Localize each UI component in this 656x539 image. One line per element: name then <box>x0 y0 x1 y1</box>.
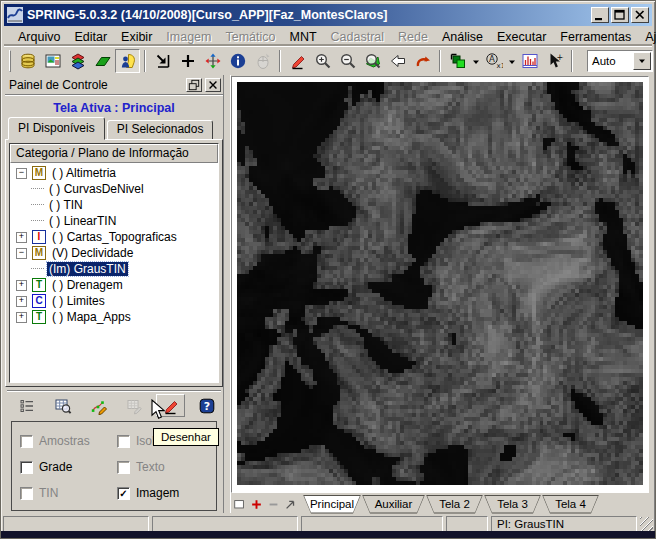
raster-visibility-button[interactable] <box>445 49 470 73</box>
resize-grip[interactable] <box>640 517 653 531</box>
menu-exibir[interactable]: Exibir <box>115 29 158 45</box>
toolbar-handle[interactable] <box>9 50 11 72</box>
tree-connector <box>31 268 44 270</box>
close-panel-button[interactable] <box>205 78 221 92</box>
tree-item-label[interactable]: (V) Declividade <box>50 246 135 260</box>
combo-dropdown-button[interactable] <box>633 52 651 70</box>
menu-mnt[interactable]: MNT <box>284 29 323 45</box>
tree-item-curvasdenivel[interactable]: ( ) CurvasDeNivel <box>10 181 218 197</box>
help-button[interactable]: ? <box>192 394 221 417</box>
tab-pi-selecionados[interactable]: PI Selecionados <box>107 120 214 140</box>
screen-tab-tela-4[interactable]: Tela 4 <box>542 495 599 514</box>
raster-visibility-dropdown-button[interactable] <box>470 49 481 73</box>
table-edit-button[interactable] <box>120 394 149 417</box>
menu-ferramentas[interactable]: Ferramentas <box>554 29 637 45</box>
menu-arquivo[interactable]: Arquivo <box>12 29 66 45</box>
zoom-scale-combobox[interactable]: Auto <box>587 50 653 72</box>
panel-title: Painel de Controle <box>9 78 183 92</box>
screen-tab-tela-3[interactable]: Tela 3 <box>484 495 541 514</box>
info-button[interactable] <box>225 49 250 73</box>
screen-box-button[interactable] <box>232 497 247 512</box>
expand-icon[interactable]: + <box>16 312 27 323</box>
status-cell <box>152 516 298 532</box>
checkbox-box[interactable]: ✓ <box>117 487 130 500</box>
detach-screen-button[interactable] <box>283 497 298 512</box>
expand-icon[interactable]: + <box>16 232 27 243</box>
vector-edit-button[interactable] <box>85 394 114 417</box>
expand-icon[interactable]: + <box>16 296 27 307</box>
table-view-button[interactable] <box>49 394 78 417</box>
tree-item-cartas-topograficas[interactable]: +I( ) Cartas_Topograficas <box>10 229 218 245</box>
menu-executar[interactable]: Executar <box>491 29 552 45</box>
tree-item-label[interactable]: ( ) LinearTIN <box>47 214 118 228</box>
plane-button[interactable] <box>90 49 115 73</box>
label-scale-dropdown-button[interactable] <box>506 49 517 73</box>
add-screen-button[interactable] <box>249 497 264 512</box>
float-panel-button[interactable] <box>186 78 202 92</box>
maximize-button[interactable] <box>611 7 629 23</box>
checkbox-box[interactable] <box>20 461 33 474</box>
svg-text:?: ? <box>203 400 209 413</box>
tab-pi-disponiveis[interactable]: PI Disponíveis <box>8 117 105 140</box>
close-button[interactable] <box>631 7 649 23</box>
image-registry-button[interactable] <box>40 49 65 73</box>
zoom-out-button[interactable] <box>335 49 360 73</box>
pi-tab-pane: Categoria / Plano de Informação −M( ) Al… <box>5 139 223 387</box>
fit-view-button[interactable] <box>150 49 175 73</box>
label-scale-button[interactable]: Ax1 <box>481 49 506 73</box>
contrast-button[interactable] <box>517 49 542 73</box>
mouse-icon <box>254 52 272 70</box>
back-arrow-button[interactable] <box>385 49 410 73</box>
collapse-icon[interactable]: − <box>16 248 27 259</box>
remove-screen-icon <box>267 498 280 511</box>
tree-item-altimetria[interactable]: −M( ) Altimetria <box>10 165 218 181</box>
tree-item-label[interactable]: ( ) Cartas_Topograficas <box>50 230 179 244</box>
expand-icon[interactable]: + <box>16 280 27 291</box>
raster-image[interactable] <box>237 82 643 485</box>
screen-tab-tela-2[interactable]: Tela 2 <box>426 495 483 514</box>
control-panel-button[interactable] <box>115 49 140 73</box>
tree-item-tin[interactable]: ( ) TIN <box>10 197 218 213</box>
menu-analise[interactable]: Análise <box>436 29 489 45</box>
screen-tab-auxiliar[interactable]: Auxiliar <box>362 495 425 514</box>
edit-pencil-button[interactable] <box>285 49 310 73</box>
mouse-button[interactable] <box>250 49 275 73</box>
tree-item-label[interactable]: ( ) Mapa_Apps <box>50 310 133 324</box>
tree-item-lineartin[interactable]: ( ) LinearTIN <box>10 213 218 229</box>
collapse-icon[interactable]: − <box>16 168 27 179</box>
menu-ajuda[interactable]: Ajuda <box>639 29 656 45</box>
database-button[interactable] <box>15 49 40 73</box>
tree-item-mapa-apps[interactable]: +T( ) Mapa_Apps <box>10 309 218 325</box>
checkbox-label: TIN <box>39 486 58 500</box>
tree-item-label[interactable]: (Im) GrausTIN <box>47 262 128 276</box>
image-registry-icon <box>44 52 62 70</box>
tree-item-drenagem[interactable]: +T( ) Drenagem <box>10 277 218 293</box>
pan-icon <box>204 52 222 70</box>
raster-visibility-icon <box>449 52 467 70</box>
tree-item-label[interactable]: ( ) Drenagem <box>50 278 125 292</box>
tree-item-label[interactable]: ( ) Limites <box>50 294 107 308</box>
status-cell <box>446 516 488 532</box>
tree-item-label[interactable]: ( ) CurvasDeNivel <box>47 182 146 196</box>
minimize-icon <box>593 8 607 22</box>
checkbox-imagem[interactable]: ✓Imagem <box>117 486 214 500</box>
crosshair-button[interactable] <box>175 49 200 73</box>
undo-button[interactable] <box>410 49 435 73</box>
tree-item-v-declividade[interactable]: −M(V) Declividade <box>10 245 218 261</box>
remove-screen-button[interactable] <box>266 497 281 512</box>
pan-button[interactable] <box>200 49 225 73</box>
layers-button[interactable] <box>65 49 90 73</box>
add-screen-icon <box>250 498 263 511</box>
tree-item-limites[interactable]: +C( ) Limites <box>10 293 218 309</box>
menu-editar[interactable]: Editar <box>68 29 113 45</box>
checkbox-grade[interactable]: Grade <box>20 460 117 474</box>
tree-item-label[interactable]: ( ) Altimetria <box>50 166 118 180</box>
cursor-add-button[interactable]: ++ <box>542 49 567 73</box>
zoom-region-button[interactable] <box>360 49 385 73</box>
tree-item-label[interactable]: ( ) TIN <box>47 198 85 212</box>
legend-list-button[interactable] <box>13 394 42 417</box>
minimize-button[interactable] <box>591 7 609 23</box>
screen-tab-principal[interactable]: Principal <box>303 495 361 514</box>
tree-item-im-graustin[interactable]: (Im) GrausTIN <box>10 261 218 277</box>
zoom-in-button[interactable] <box>310 49 335 73</box>
